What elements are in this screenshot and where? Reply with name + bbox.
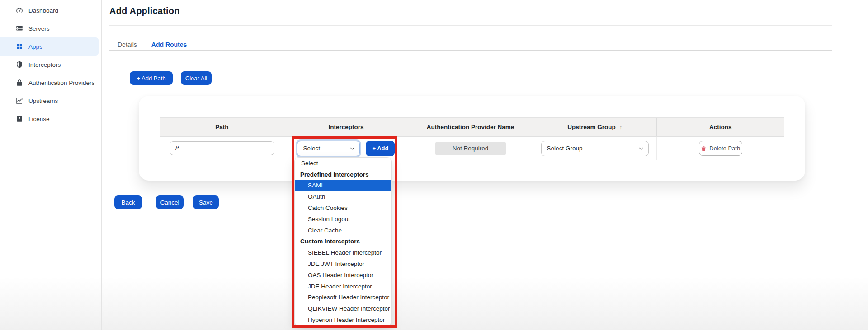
dropdown-option-clear-cache[interactable]: Clear Cache [295,225,391,236]
sidebar-item-label: License [28,116,50,122]
chevron-down-icon [349,146,355,151]
tab-bar: Details Add Routes [118,39,187,50]
chart-icon [15,97,24,105]
sidebar-item-interceptors[interactable]: Interceptors [0,56,101,74]
tab-details[interactable]: Details [118,39,137,50]
actions-cell: Delete Path [657,137,784,160]
dropdown-option-qlikview-header[interactable]: QLIKVIEW Header Interceptor [295,303,391,314]
routes-table: Path Interceptors Authentication Provide… [160,117,784,160]
dropdown-option-jde-header[interactable]: JDE Header Interceptor [295,281,391,292]
sort-asc-icon[interactable]: ↑ [619,124,622,130]
apps-icon [15,42,24,51]
sidebar-item-label: Dashboard [28,7,58,14]
sidebar: Dashboard Servers Apps Interceptors Auth [0,0,102,330]
column-header-actions: Actions [657,118,784,136]
delete-path-button[interactable]: Delete Path [699,141,742,156]
sidebar-item-servers[interactable]: Servers [0,19,101,37]
add-interceptor-button[interactable]: + Add [366,141,395,156]
sidebar-item-apps[interactable]: Apps [0,37,99,56]
column-header-interceptors: Interceptors [284,118,409,136]
interceptor-select-value: Select [303,145,320,152]
save-button[interactable]: Save [193,195,219,209]
interceptor-select[interactable]: Select [297,141,360,156]
sidebar-item-upstreams[interactable]: Upstreams [0,92,101,110]
path-cell [160,137,284,160]
column-header-upstream-group[interactable]: Upstream Group ↑ [533,118,657,136]
sidebar-item-label: Apps [28,43,42,50]
table-row: Select + Add Not Required Select Group [160,137,784,160]
table-header-row: Path Interceptors Authentication Provide… [160,118,784,137]
sidebar-item-license[interactable]: License [0,110,101,128]
dropdown-option-oauth[interactable]: OAuth [295,191,391,202]
main-content: Add Application Details Add Routes + Add… [102,0,868,330]
column-header-path: Path [160,118,284,136]
dropdown-option-hyperion-header[interactable]: Hyperion Header Interceptor [295,314,391,325]
trash-icon [701,145,707,152]
path-input[interactable] [170,141,274,155]
sidebar-item-label: Interceptors [28,61,61,68]
sidebar-item-label: Authentication Providers [28,79,94,86]
dropdown-group-predefined: Predefined Interceptors [295,169,391,180]
chevron-down-icon [638,146,644,151]
sidebar-item-dashboard[interactable]: Dashboard [0,1,101,19]
tab-add-routes[interactable]: Add Routes [151,39,187,50]
dropdown-group-custom: Custom Interceptors [295,236,391,247]
lock-icon [15,79,24,87]
dropdown-option-jde-jwt[interactable]: JDE JWT Interceptor [295,258,391,270]
upstream-select-value: Select Group [547,145,583,152]
dropdown-option-select[interactable]: Select [295,158,391,169]
dropdown-option-oas-header[interactable]: OAS Header Interceptor [295,270,391,281]
authentication-provider-cell: Not Required [408,137,533,160]
page: Dashboard Servers Apps Interceptors Auth [0,0,868,330]
dashboard-icon [15,6,24,14]
shield-icon [15,60,24,69]
sidebar-item-label: Servers [28,25,50,32]
tabbar-divider [109,50,832,51]
add-path-button[interactable]: + Add Path [130,71,173,85]
column-header-authentication-provider-name: Authentication Provider Name [408,118,533,136]
cancel-button[interactable]: Cancel [156,195,184,209]
dropdown-option-siebel-header[interactable]: SIEBEL Header Interceptor [295,247,391,258]
interceptor-dropdown: Select Predefined Interceptors SAML OAut… [294,157,392,326]
page-title: Add Application [109,6,180,16]
sidebar-item-authentication-providers[interactable]: Authentication Providers [0,74,101,92]
dropdown-option-saml[interactable]: SAML [295,180,391,191]
dropdown-option-peoplesoft-header[interactable]: Peoplesoft Header Interceptor [295,292,391,303]
interceptors-cell: Select + Add [284,137,409,160]
license-icon [15,115,24,123]
auth-provider-badge: Not Required [435,142,506,155]
sidebar-item-label: Upstreams [28,98,58,104]
back-button[interactable]: Back [114,195,142,209]
title-divider [109,25,832,26]
routes-card: Path Interceptors Authentication Provide… [139,96,805,181]
clear-all-button[interactable]: Clear All [181,71,212,85]
upstream-group-select[interactable]: Select Group [541,141,649,156]
dropdown-option-catch-cookies[interactable]: Catch Cookies [295,202,391,214]
servers-icon [15,24,24,33]
dropdown-option-session-logout[interactable]: Session Logout [295,214,391,225]
upstream-group-cell: Select Group [533,137,657,160]
